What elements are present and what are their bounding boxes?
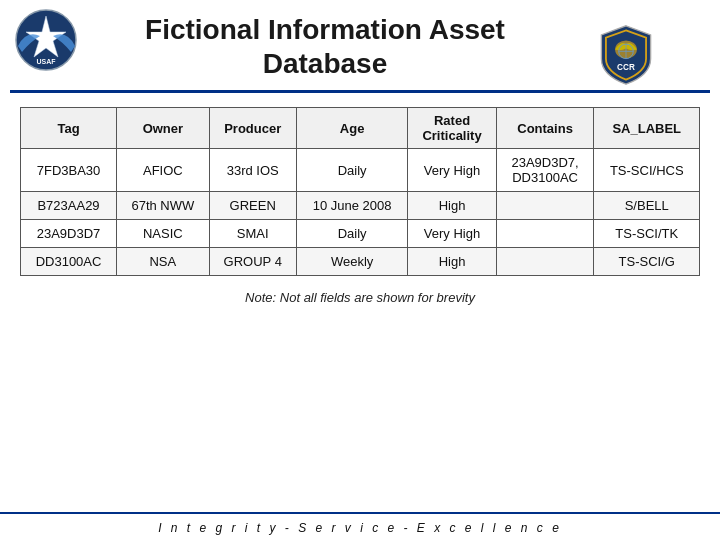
svg-text:CCR: CCR xyxy=(617,63,635,72)
ccr-shield-icon: CCR xyxy=(595,24,657,86)
note-text: Note: Not all fields are shown for brevi… xyxy=(20,290,700,305)
table-row: DD3100ACNSAGROUP 4WeeklyHighTS-SCI/G xyxy=(21,248,700,276)
table-cell xyxy=(496,192,594,220)
table-cell: GROUP 4 xyxy=(209,248,296,276)
table-cell: 23A9D3D7,DD3100AC xyxy=(496,149,594,192)
col-header-tag: Tag xyxy=(21,108,117,149)
header: USAF Fictional Information Asset Databas… xyxy=(0,0,720,90)
table-cell: B723AA29 xyxy=(21,192,117,220)
af-logo-container: USAF xyxy=(14,8,84,78)
col-header-producer: Producer xyxy=(209,108,296,149)
data-table: Tag Owner Producer Age RatedCriticality … xyxy=(20,107,700,276)
table-cell xyxy=(496,220,594,248)
page-title: Fictional Information Asset Database xyxy=(45,13,605,80)
table-cell: Daily xyxy=(296,149,408,192)
table-cell: 10 June 2008 xyxy=(296,192,408,220)
ccr-logo-container: CCR xyxy=(591,21,661,89)
table-cell: 67th NWW xyxy=(117,192,210,220)
table-cell: NSA xyxy=(117,248,210,276)
table-cell: Daily xyxy=(296,220,408,248)
table-header-row: Tag Owner Producer Age RatedCriticality … xyxy=(21,108,700,149)
col-header-sa-label: SA_LABEL xyxy=(594,108,700,149)
table-cell: TS-SCI/HCS xyxy=(594,149,700,192)
page-container: USAF Fictional Information Asset Databas… xyxy=(0,0,720,540)
col-header-contains: Contains xyxy=(496,108,594,149)
table-cell: AFIOC xyxy=(117,149,210,192)
col-header-age: Age xyxy=(296,108,408,149)
table-row: B723AA2967th NWWGREEN10 June 2008HighS/B… xyxy=(21,192,700,220)
table-cell xyxy=(496,248,594,276)
table-cell: 23A9D3D7 xyxy=(21,220,117,248)
table-cell: S/BELL xyxy=(594,192,700,220)
table-cell: 7FD3BA30 xyxy=(21,149,117,192)
table-cell: 33rd IOS xyxy=(209,149,296,192)
table-row: 23A9D3D7NASICSMAIDailyVery HighTS-SCI/TK xyxy=(21,220,700,248)
col-header-rated-criticality: RatedCriticality xyxy=(408,108,496,149)
footer-text: I n t e g r i t y - S e r v i c e - E x … xyxy=(158,521,562,535)
table-cell: Very High xyxy=(408,220,496,248)
table-cell: TS-SCI/G xyxy=(594,248,700,276)
table-cell: High xyxy=(408,248,496,276)
table-cell: TS-SCI/TK xyxy=(594,220,700,248)
table-cell: DD3100AC xyxy=(21,248,117,276)
table-cell: Weekly xyxy=(296,248,408,276)
table-cell: Very High xyxy=(408,149,496,192)
main-content: Tag Owner Producer Age RatedCriticality … xyxy=(0,93,720,512)
table-row: 7FD3BA30AFIOC33rd IOSDailyVery High23A9D… xyxy=(21,149,700,192)
table-cell: SMAI xyxy=(209,220,296,248)
col-header-owner: Owner xyxy=(117,108,210,149)
svg-text:USAF: USAF xyxy=(36,58,56,65)
table-cell: NASIC xyxy=(117,220,210,248)
af-wing-icon: USAF xyxy=(14,8,79,73)
table-cell: GREEN xyxy=(209,192,296,220)
table-cell: High xyxy=(408,192,496,220)
footer: I n t e g r i t y - S e r v i c e - E x … xyxy=(0,512,720,540)
